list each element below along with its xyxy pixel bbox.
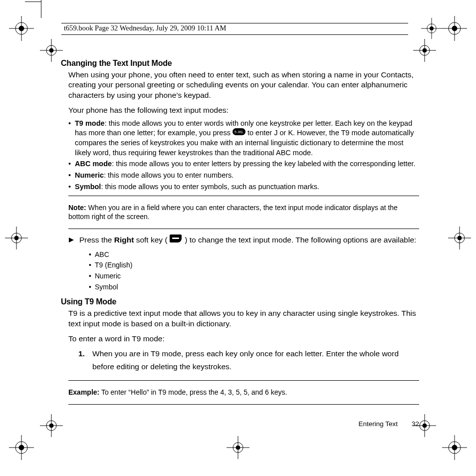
note-body: When you are in a field where you can en… (68, 204, 398, 221)
page-content: Changing the Text Input Mode When using … (61, 59, 419, 408)
list-item: ABC mode: this mode allows you to enter … (68, 159, 419, 169)
reg-mark-bottom-right (442, 435, 467, 460)
instruction-text: soft key ( (134, 235, 170, 243)
example-body: To enter “Hello” in T9 mode, press the 4… (99, 388, 287, 396)
crop-line (25, 1, 41, 2)
paragraph: When using your phone, you often need to… (68, 70, 419, 100)
reg-mark-top-left (9, 16, 34, 41)
reg-mark-left-upper (39, 38, 64, 63)
divider (68, 229, 419, 229)
file-meta-text: t659.book Page 32 Wednesday, July 29, 20… (64, 24, 226, 32)
list-item: Numeric (89, 271, 419, 282)
step-text: When you are in T9 mode, press each key … (92, 349, 399, 371)
document-page: t659.book Page 32 Wednesday, July 29, 20… (0, 0, 476, 476)
note-text: Note: When you are in a field where you … (68, 203, 419, 221)
mode-label: Numeric (75, 171, 104, 179)
softkey-icon (170, 234, 183, 246)
svg-marker-50 (69, 238, 74, 242)
paragraph: Your phone has the following text input … (68, 105, 419, 115)
list-item: T9 mode: this mode allows you to enter w… (68, 119, 419, 158)
divider (68, 380, 419, 381)
paragraph: To enter a word in T9 mode: (68, 334, 419, 344)
reg-mark-right-mid (447, 226, 472, 250)
instruction-text: ) to change the text input mode. The fol… (183, 235, 416, 243)
list-item: Symbol (89, 282, 419, 293)
page-footer: Entering Text32 (61, 420, 419, 428)
key-name: Right (114, 235, 134, 243)
step-item: 1. When you are in T9 mode, press each k… (78, 347, 419, 374)
section-heading-using-t9: Using T9 Mode (61, 297, 419, 306)
footer-section: Entering Text (358, 420, 398, 428)
crop-line (41, 0, 41, 18)
keypad-key-icon: 5 JKL (233, 128, 245, 138)
mode-text: : this mode allows you to enter symbols,… (101, 183, 319, 191)
mode-label: ABC mode (75, 160, 112, 168)
list-item: Numeric: this mode allows you to enter n… (68, 171, 419, 181)
mode-text: : this mode allows you to enter numbers. (104, 171, 234, 179)
mode-label: T9 mode (75, 119, 105, 127)
reg-mark-left-lower (39, 413, 64, 438)
example-label: Example: (68, 388, 99, 396)
instruction-step: Press the Right soft key ( ) to change t… (68, 234, 419, 246)
divider (68, 404, 419, 405)
list-item: T9 (English) (89, 260, 419, 271)
reg-mark-bottom-left (9, 435, 34, 460)
list-item: ABC (89, 249, 419, 260)
mode-label: Symbol (75, 183, 101, 191)
svg-text:5 JKL: 5 JKL (235, 130, 243, 134)
mode-list: T9 mode: this mode allows you to enter w… (68, 119, 419, 192)
reg-mark-bottom-center (226, 435, 250, 460)
section-heading-changing-mode: Changing the Text Input Mode (61, 59, 419, 68)
footer-page-number: 32 (412, 420, 419, 428)
steps-list: 1. When you are in T9 mode, press each k… (78, 347, 419, 374)
triangle-bullet-icon (68, 236, 74, 245)
list-item: Symbol: this mode allows you to enter sy… (68, 182, 419, 192)
page-header: t659.book Page 32 Wednesday, July 29, 20… (61, 23, 458, 35)
options-list: ABC T9 (English) Numeric Symbol (89, 249, 419, 293)
instruction-text: Press the (79, 235, 114, 243)
note-label: Note: (68, 204, 86, 212)
header-reg-icon (420, 17, 443, 42)
divider (68, 196, 419, 196)
mode-text: : this mode allows you to enter letters … (112, 160, 416, 168)
reg-mark-left-mid (4, 226, 29, 250)
paragraph: T9 is a predictive text input mode that … (68, 308, 419, 329)
example-text: Example: To enter “Hello” in T9 mode, pr… (68, 388, 419, 397)
svg-rect-51 (172, 238, 179, 239)
step-number: 1. (78, 347, 85, 360)
